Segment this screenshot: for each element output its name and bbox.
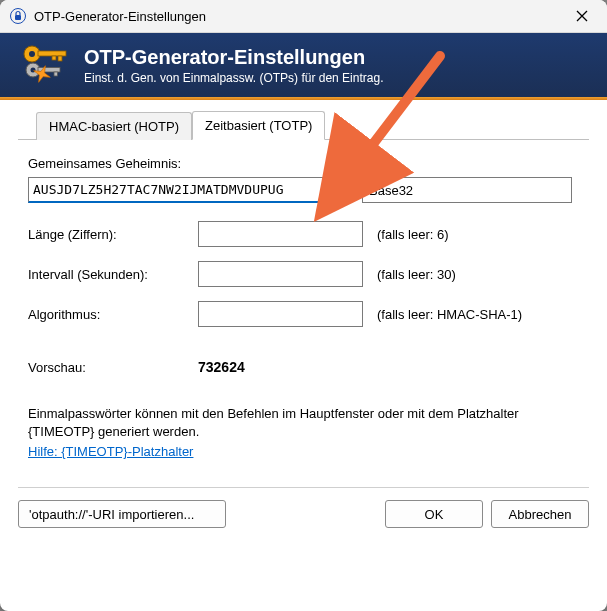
banner: OTP-Generator-Einstellungen Einst. d. Ge…: [0, 33, 607, 97]
secret-input[interactable]: [28, 177, 350, 203]
length-input[interactable]: [198, 221, 363, 247]
svg-rect-10: [54, 72, 58, 76]
length-hint: (falls leer: 6): [377, 227, 449, 242]
banner-text: OTP-Generator-Einstellungen Einst. d. Ge…: [84, 46, 383, 85]
interval-label: Intervall (Sekunden):: [28, 267, 198, 282]
tab-panel: Gemeinsames Geheimnis: Base32 Länge (Zif…: [0, 140, 607, 469]
app-lock-icon: [10, 8, 26, 24]
length-label: Länge (Ziffern):: [28, 227, 198, 242]
banner-subtitle: Einst. d. Gen. von Einmalpassw. (OTPs) f…: [84, 71, 383, 85]
import-uri-button[interactable]: 'otpauth://'-URI importieren...: [18, 500, 226, 528]
preview-value: 732624: [198, 359, 245, 375]
footer-separator: [18, 487, 589, 488]
window-title: OTP-Generator-Einstellungen: [34, 9, 561, 24]
algorithm-select[interactable]: [198, 301, 363, 327]
keys-icon: [18, 42, 72, 88]
close-button[interactable]: [561, 1, 603, 31]
svg-rect-4: [38, 51, 66, 56]
footer: 'otpauth://'-URI importieren... OK Abbre…: [0, 500, 607, 542]
tab-totp[interactable]: Zeitbasiert (TOTP): [192, 111, 325, 140]
svg-rect-5: [58, 56, 62, 61]
titlebar: OTP-Generator-Einstellungen: [0, 0, 607, 33]
secret-label: Gemeinsames Geheimnis:: [28, 156, 579, 171]
encoding-select[interactable]: Base32: [362, 177, 572, 203]
tab-hotp[interactable]: HMAC-basiert (HOTP): [36, 112, 192, 140]
preview-label: Vorschau:: [28, 360, 198, 375]
svg-point-3: [29, 51, 35, 57]
banner-title: OTP-Generator-Einstellungen: [84, 46, 383, 69]
generation-note: Einmalpasswörter können mit den Befehlen…: [28, 405, 579, 440]
close-icon: [576, 10, 588, 22]
interval-hint: (falls leer: 30): [377, 267, 456, 282]
tabstrip: HMAC-basiert (HOTP) Zeitbasiert (TOTP): [18, 100, 589, 140]
dialog-window: OTP-Generator-Einstellungen: [0, 0, 607, 611]
algorithm-hint: (falls leer: HMAC-SHA-1): [377, 307, 522, 322]
svg-rect-1: [15, 15, 21, 20]
svg-rect-6: [52, 56, 56, 60]
ok-button[interactable]: OK: [385, 500, 483, 528]
algorithm-label: Algorithmus:: [28, 307, 198, 322]
help-link[interactable]: Hilfe: {TIMEOTP}-Platzhalter: [28, 444, 193, 459]
cancel-button[interactable]: Abbrechen: [491, 500, 589, 528]
interval-input[interactable]: [198, 261, 363, 287]
